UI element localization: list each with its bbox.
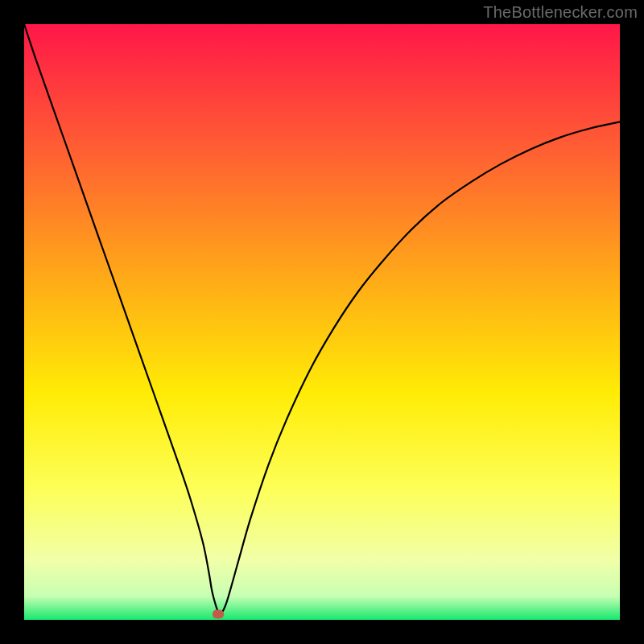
curve-layer <box>24 24 620 620</box>
chart-stage: TheBottlenecker.com <box>0 0 644 644</box>
plot-area <box>24 24 620 620</box>
bottleneck-curve <box>24 24 620 614</box>
bottleneck-point-marker <box>213 609 224 618</box>
watermark-text: TheBottlenecker.com <box>483 3 638 22</box>
